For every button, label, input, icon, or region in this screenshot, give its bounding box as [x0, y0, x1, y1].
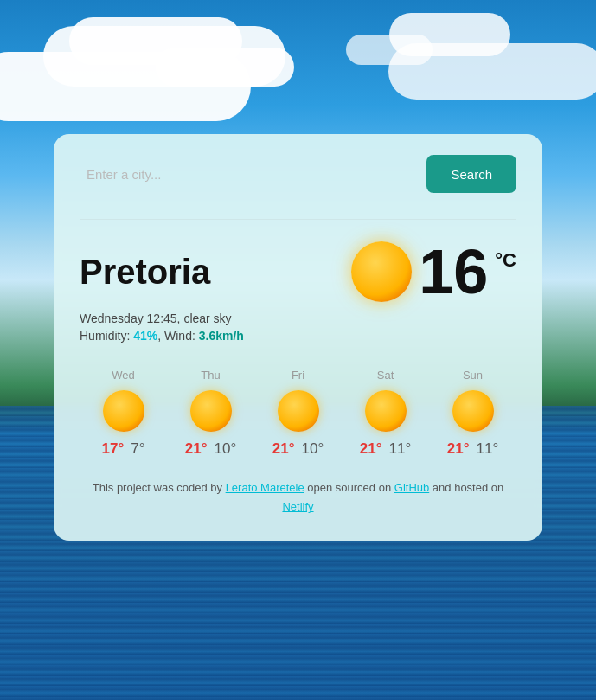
day-label: Thu — [201, 369, 220, 382]
sun-icon-small — [278, 390, 319, 432]
day-label: Wed — [112, 369, 135, 382]
temp-high: 17° — [102, 440, 125, 458]
search-row: Search — [80, 155, 516, 193]
temp-high: 21° — [272, 440, 295, 458]
footer-text-mid: open sourced on — [304, 481, 394, 494]
temperature-value: 16 — [419, 241, 488, 303]
netlify-link[interactable]: Netlify — [282, 500, 313, 513]
weather-details: Humidity: 41%, Wind: 3.6km/h — [80, 329, 516, 343]
sun-icon-small — [365, 390, 407, 432]
sun-icon-small — [452, 390, 494, 432]
temp-low: 11° — [477, 440, 499, 458]
sun-icon-small — [190, 390, 232, 432]
github-link[interactable]: GitHub — [394, 481, 429, 494]
temp-high: 21° — [447, 440, 470, 458]
forecast-day-thu: Thu 21° 10° — [167, 369, 254, 458]
city-info: Pretoria — [80, 253, 210, 292]
wind-value: 3.6km/h — [199, 329, 244, 343]
city-search-input[interactable] — [80, 155, 416, 193]
forecast-row: Wed 17° 7° Thu 21° 10° Fri 21° 10° Sat — [80, 369, 516, 458]
weather-description: Wednesday 12:45, clear sky — [80, 311, 516, 325]
footer-text-before: This project was coded by — [93, 481, 226, 494]
wind-label: Wind: — [164, 329, 199, 343]
temperature-display: 16 °C — [351, 241, 516, 303]
temp-low: 11° — [389, 440, 412, 458]
temp-range: 21° 10° — [185, 440, 236, 458]
day-label: Sun — [463, 369, 483, 382]
temp-low: 10° — [302, 440, 324, 458]
temperature-unit: °C — [495, 249, 516, 272]
temp-low: 7° — [131, 440, 144, 458]
sun-icon-small — [103, 390, 144, 432]
weather-card: Search Pretoria 16 °C Wednesday 12:45, c… — [54, 134, 542, 541]
humidity-value: 41% — [133, 329, 157, 343]
forecast-day-sun: Sun 21° 11° — [429, 369, 516, 458]
day-label: Fri — [292, 369, 304, 382]
footer: This project was coded by Lerato Maretel… — [80, 478, 516, 517]
current-weather: Pretoria 16 °C — [80, 241, 516, 303]
search-divider — [80, 219, 516, 220]
search-button[interactable]: Search — [426, 155, 516, 193]
temp-range: 17° 7° — [102, 440, 145, 458]
forecast-day-sat: Sat 21° 11° — [342, 369, 429, 458]
temp-high: 21° — [185, 440, 208, 458]
temp-range: 21° 11° — [447, 440, 498, 458]
day-label: Sat — [377, 369, 394, 382]
city-name: Pretoria — [80, 253, 210, 292]
humidity-label: Humidity: — [80, 329, 133, 343]
temp-range: 21° 11° — [360, 440, 411, 458]
forecast-day-wed: Wed 17° 7° — [80, 369, 167, 458]
sun-icon-large — [351, 241, 412, 302]
footer-text-after: and hosted on — [429, 481, 503, 494]
author-link[interactable]: Lerato Maretele — [226, 481, 304, 494]
temp-high: 21° — [360, 440, 382, 458]
temp-low: 10° — [215, 440, 237, 458]
temp-range: 21° 10° — [272, 440, 324, 458]
forecast-day-fri: Fri 21° 10° — [254, 369, 342, 458]
